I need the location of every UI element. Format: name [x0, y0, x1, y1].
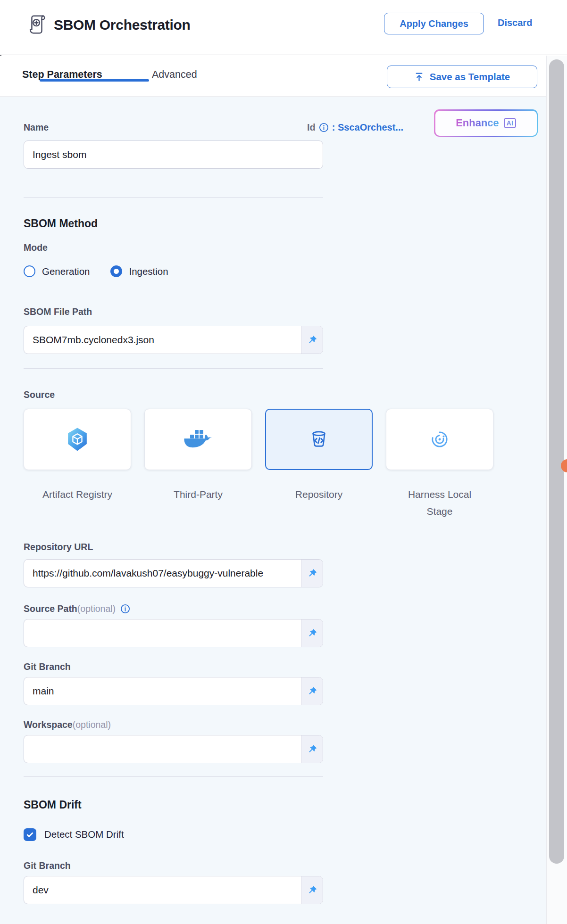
artifact-registry-icon: [64, 426, 91, 453]
source-path-group: [24, 619, 323, 647]
radio-generation[interactable]: Generation: [24, 265, 90, 277]
name-label-row: Name Id : SscaOrchest...: [24, 121, 403, 134]
active-tab-underline: [40, 79, 149, 82]
radio-generation-label: Generation: [42, 266, 90, 277]
source-card-harness-local-stage[interactable]: [386, 409, 493, 470]
checkbox-checked-icon: [24, 828, 36, 841]
radio-ingestion-label: Ingestion: [129, 266, 168, 277]
pin-icon: [307, 335, 317, 346]
git-branch-input[interactable]: [24, 677, 301, 705]
scroll-plus-icon: [26, 14, 48, 36]
source-card-artifact-registry[interactable]: [24, 409, 131, 470]
detect-sbom-drift-label: Detect SBOM Drift: [44, 829, 124, 840]
target-rings-icon: [426, 426, 453, 453]
repository-url-group: [24, 559, 323, 587]
source-path-label-row: Source Path(optional): [24, 603, 546, 614]
name-label: Name: [24, 122, 49, 133]
info-icon[interactable]: [120, 604, 130, 614]
sbom-file-path-input[interactable]: [24, 326, 301, 354]
radio-ingestion-circle: [110, 265, 122, 277]
git-branch-label: Git Branch: [24, 661, 546, 672]
tab-advanced-label: Advanced: [152, 69, 197, 80]
source-card-third-party[interactable]: [144, 409, 252, 470]
apply-changes-button[interactable]: Apply Changes: [384, 13, 484, 34]
drift-git-branch-label: Git Branch: [24, 860, 546, 871]
pin-button[interactable]: [301, 560, 323, 587]
step-id: Id : SscaOrchest...: [307, 122, 403, 133]
tab-step-parameters-label: Step Parameters: [22, 69, 102, 80]
pin-button[interactable]: [301, 619, 323, 647]
repository-url-label: Repository URL: [24, 542, 546, 553]
pin-icon: [307, 686, 317, 697]
pin-icon: [307, 628, 317, 639]
workspace-label: Workspace(optional): [24, 719, 546, 730]
discard-button[interactable]: Discard: [498, 17, 532, 28]
save-as-template-button[interactable]: Save as Template: [387, 66, 537, 88]
radio-generation-circle: [24, 265, 35, 277]
pin-icon: [307, 744, 317, 755]
git-branch-group: [24, 677, 323, 705]
mode-label: Mode: [24, 242, 546, 253]
pin-icon: [307, 885, 317, 896]
mode-radio-group: Generation Ingestion: [24, 265, 546, 277]
enhance-label: Enhance: [456, 117, 499, 129]
source-path-input[interactable]: [24, 619, 301, 647]
step-parameters-form: Enhance AI Name Id : SscaOrchest...: [0, 97, 546, 924]
divider: [24, 776, 323, 777]
source-card-label: Repository: [295, 486, 342, 503]
pin-button[interactable]: [301, 326, 323, 354]
info-icon[interactable]: [319, 123, 329, 132]
source-path-label: Source Path(optional): [24, 603, 116, 614]
code-bucket-icon: [306, 426, 332, 453]
pin-button[interactable]: [301, 876, 323, 904]
tab-step-parameters[interactable]: Step Parameters: [22, 69, 102, 81]
source-card-label: Third-Party: [174, 486, 223, 503]
panel-header: SBOM Orchestration Apply Changes Discard: [0, 0, 567, 55]
enhance-ai-button[interactable]: Enhance AI: [434, 109, 538, 137]
page-title: SBOM Orchestration: [54, 17, 191, 33]
tab-advanced[interactable]: Advanced: [152, 69, 197, 81]
save-as-template-label: Save as Template: [430, 71, 510, 82]
drift-git-branch-input[interactable]: [24, 876, 301, 904]
pin-icon: [307, 568, 317, 579]
source-card-label: Artifact Registry: [42, 486, 112, 503]
source-card-group: Artifact Registry Thi: [24, 409, 524, 520]
workspace-input[interactable]: [24, 735, 301, 763]
radio-ingestion[interactable]: Ingestion: [110, 265, 168, 277]
divider: [24, 368, 323, 369]
tab-bar: Step Parameters Advanced Save as Templat…: [0, 56, 546, 97]
workspace-group: [24, 735, 323, 763]
repository-url-input[interactable]: [24, 560, 301, 587]
pin-button[interactable]: [301, 677, 323, 705]
pin-button[interactable]: [301, 735, 323, 763]
sbom-drift-heading: SBOM Drift: [24, 799, 546, 811]
id-label: Id: [307, 122, 316, 133]
name-input[interactable]: [24, 140, 323, 169]
docker-whale-icon: [183, 429, 213, 450]
sbom-file-path-group: [24, 326, 323, 354]
upload-icon: [414, 72, 424, 82]
detect-sbom-drift-checkbox-row[interactable]: Detect SBOM Drift: [24, 827, 546, 842]
divider: [24, 197, 323, 198]
source-card-repository[interactable]: [265, 409, 373, 470]
sbom-orchestration-panel: SBOM Orchestration Apply Changes Discard…: [0, 0, 567, 924]
source-label: Source: [24, 389, 546, 400]
ai-badge: AI: [504, 118, 516, 128]
id-value: : SscaOrchest...: [332, 122, 403, 133]
source-card-label: Harness Local Stage: [395, 486, 484, 520]
sbom-method-heading: SBOM Method: [24, 217, 546, 230]
sbom-file-path-label: SBOM File Path: [24, 306, 546, 317]
drift-git-branch-group: [24, 876, 323, 904]
